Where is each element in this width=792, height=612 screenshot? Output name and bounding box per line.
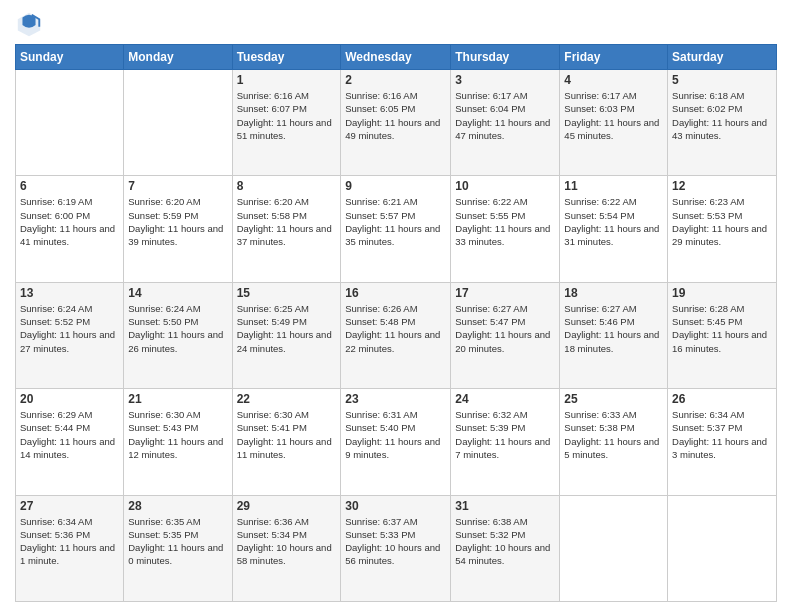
day-info: Sunrise: 6:21 AM Sunset: 5:57 PM Dayligh…: [345, 195, 446, 248]
logo-icon: [15, 10, 43, 38]
calendar-cell: 11Sunrise: 6:22 AM Sunset: 5:54 PM Dayli…: [560, 176, 668, 282]
calendar-table: SundayMondayTuesdayWednesdayThursdayFrid…: [15, 44, 777, 602]
calendar-cell: 2Sunrise: 6:16 AM Sunset: 6:05 PM Daylig…: [341, 70, 451, 176]
calendar-cell: 9Sunrise: 6:21 AM Sunset: 5:57 PM Daylig…: [341, 176, 451, 282]
calendar-cell: [560, 495, 668, 601]
day-number: 20: [20, 392, 119, 406]
week-row-2: 13Sunrise: 6:24 AM Sunset: 5:52 PM Dayli…: [16, 282, 777, 388]
day-number: 18: [564, 286, 663, 300]
day-info: Sunrise: 6:16 AM Sunset: 6:05 PM Dayligh…: [345, 89, 446, 142]
calendar-cell: 7Sunrise: 6:20 AM Sunset: 5:59 PM Daylig…: [124, 176, 232, 282]
calendar-cell: 15Sunrise: 6:25 AM Sunset: 5:49 PM Dayli…: [232, 282, 341, 388]
logo: [15, 10, 47, 38]
weekday-header-wednesday: Wednesday: [341, 45, 451, 70]
calendar-cell: 10Sunrise: 6:22 AM Sunset: 5:55 PM Dayli…: [451, 176, 560, 282]
calendar-cell: [668, 495, 777, 601]
day-info: Sunrise: 6:24 AM Sunset: 5:52 PM Dayligh…: [20, 302, 119, 355]
calendar-cell: 3Sunrise: 6:17 AM Sunset: 6:04 PM Daylig…: [451, 70, 560, 176]
day-number: 7: [128, 179, 227, 193]
day-info: Sunrise: 6:26 AM Sunset: 5:48 PM Dayligh…: [345, 302, 446, 355]
day-number: 30: [345, 499, 446, 513]
calendar-cell: 26Sunrise: 6:34 AM Sunset: 5:37 PM Dayli…: [668, 389, 777, 495]
day-info: Sunrise: 6:27 AM Sunset: 5:47 PM Dayligh…: [455, 302, 555, 355]
day-number: 28: [128, 499, 227, 513]
day-number: 1: [237, 73, 337, 87]
day-info: Sunrise: 6:20 AM Sunset: 5:58 PM Dayligh…: [237, 195, 337, 248]
calendar-cell: [16, 70, 124, 176]
day-number: 26: [672, 392, 772, 406]
weekday-row: SundayMondayTuesdayWednesdayThursdayFrid…: [16, 45, 777, 70]
day-info: Sunrise: 6:38 AM Sunset: 5:32 PM Dayligh…: [455, 515, 555, 568]
weekday-header-friday: Friday: [560, 45, 668, 70]
week-row-1: 6Sunrise: 6:19 AM Sunset: 6:00 PM Daylig…: [16, 176, 777, 282]
day-info: Sunrise: 6:22 AM Sunset: 5:55 PM Dayligh…: [455, 195, 555, 248]
day-number: 4: [564, 73, 663, 87]
calendar-cell: 4Sunrise: 6:17 AM Sunset: 6:03 PM Daylig…: [560, 70, 668, 176]
day-info: Sunrise: 6:33 AM Sunset: 5:38 PM Dayligh…: [564, 408, 663, 461]
weekday-header-thursday: Thursday: [451, 45, 560, 70]
day-number: 14: [128, 286, 227, 300]
calendar-cell: 24Sunrise: 6:32 AM Sunset: 5:39 PM Dayli…: [451, 389, 560, 495]
calendar-cell: 13Sunrise: 6:24 AM Sunset: 5:52 PM Dayli…: [16, 282, 124, 388]
calendar-cell: 31Sunrise: 6:38 AM Sunset: 5:32 PM Dayli…: [451, 495, 560, 601]
calendar-cell: 29Sunrise: 6:36 AM Sunset: 5:34 PM Dayli…: [232, 495, 341, 601]
calendar-cell: 14Sunrise: 6:24 AM Sunset: 5:50 PM Dayli…: [124, 282, 232, 388]
calendar-page: SundayMondayTuesdayWednesdayThursdayFrid…: [0, 0, 792, 612]
day-number: 29: [237, 499, 337, 513]
day-info: Sunrise: 6:17 AM Sunset: 6:03 PM Dayligh…: [564, 89, 663, 142]
calendar-cell: 22Sunrise: 6:30 AM Sunset: 5:41 PM Dayli…: [232, 389, 341, 495]
day-number: 3: [455, 73, 555, 87]
day-info: Sunrise: 6:28 AM Sunset: 5:45 PM Dayligh…: [672, 302, 772, 355]
day-info: Sunrise: 6:37 AM Sunset: 5:33 PM Dayligh…: [345, 515, 446, 568]
weekday-header-monday: Monday: [124, 45, 232, 70]
day-number: 6: [20, 179, 119, 193]
day-info: Sunrise: 6:25 AM Sunset: 5:49 PM Dayligh…: [237, 302, 337, 355]
header: [15, 10, 777, 38]
calendar-cell: [124, 70, 232, 176]
calendar-cell: 16Sunrise: 6:26 AM Sunset: 5:48 PM Dayli…: [341, 282, 451, 388]
day-info: Sunrise: 6:17 AM Sunset: 6:04 PM Dayligh…: [455, 89, 555, 142]
calendar-cell: 25Sunrise: 6:33 AM Sunset: 5:38 PM Dayli…: [560, 389, 668, 495]
week-row-4: 27Sunrise: 6:34 AM Sunset: 5:36 PM Dayli…: [16, 495, 777, 601]
day-number: 10: [455, 179, 555, 193]
calendar-cell: 12Sunrise: 6:23 AM Sunset: 5:53 PM Dayli…: [668, 176, 777, 282]
weekday-header-saturday: Saturday: [668, 45, 777, 70]
day-info: Sunrise: 6:24 AM Sunset: 5:50 PM Dayligh…: [128, 302, 227, 355]
day-number: 17: [455, 286, 555, 300]
day-info: Sunrise: 6:29 AM Sunset: 5:44 PM Dayligh…: [20, 408, 119, 461]
day-info: Sunrise: 6:34 AM Sunset: 5:36 PM Dayligh…: [20, 515, 119, 568]
day-info: Sunrise: 6:31 AM Sunset: 5:40 PM Dayligh…: [345, 408, 446, 461]
day-number: 11: [564, 179, 663, 193]
calendar-cell: 23Sunrise: 6:31 AM Sunset: 5:40 PM Dayli…: [341, 389, 451, 495]
day-info: Sunrise: 6:22 AM Sunset: 5:54 PM Dayligh…: [564, 195, 663, 248]
calendar-cell: 19Sunrise: 6:28 AM Sunset: 5:45 PM Dayli…: [668, 282, 777, 388]
calendar-cell: 21Sunrise: 6:30 AM Sunset: 5:43 PM Dayli…: [124, 389, 232, 495]
day-number: 19: [672, 286, 772, 300]
calendar-header: SundayMondayTuesdayWednesdayThursdayFrid…: [16, 45, 777, 70]
calendar-cell: 20Sunrise: 6:29 AM Sunset: 5:44 PM Dayli…: [16, 389, 124, 495]
calendar-cell: 6Sunrise: 6:19 AM Sunset: 6:00 PM Daylig…: [16, 176, 124, 282]
week-row-3: 20Sunrise: 6:29 AM Sunset: 5:44 PM Dayli…: [16, 389, 777, 495]
day-number: 12: [672, 179, 772, 193]
day-info: Sunrise: 6:35 AM Sunset: 5:35 PM Dayligh…: [128, 515, 227, 568]
day-number: 5: [672, 73, 772, 87]
day-number: 31: [455, 499, 555, 513]
calendar-cell: 5Sunrise: 6:18 AM Sunset: 6:02 PM Daylig…: [668, 70, 777, 176]
day-number: 25: [564, 392, 663, 406]
calendar-cell: 1Sunrise: 6:16 AM Sunset: 6:07 PM Daylig…: [232, 70, 341, 176]
day-info: Sunrise: 6:23 AM Sunset: 5:53 PM Dayligh…: [672, 195, 772, 248]
weekday-header-tuesday: Tuesday: [232, 45, 341, 70]
day-info: Sunrise: 6:30 AM Sunset: 5:41 PM Dayligh…: [237, 408, 337, 461]
day-info: Sunrise: 6:34 AM Sunset: 5:37 PM Dayligh…: [672, 408, 772, 461]
calendar-cell: 18Sunrise: 6:27 AM Sunset: 5:46 PM Dayli…: [560, 282, 668, 388]
day-info: Sunrise: 6:30 AM Sunset: 5:43 PM Dayligh…: [128, 408, 227, 461]
day-info: Sunrise: 6:36 AM Sunset: 5:34 PM Dayligh…: [237, 515, 337, 568]
day-info: Sunrise: 6:16 AM Sunset: 6:07 PM Dayligh…: [237, 89, 337, 142]
week-row-0: 1Sunrise: 6:16 AM Sunset: 6:07 PM Daylig…: [16, 70, 777, 176]
day-number: 21: [128, 392, 227, 406]
day-info: Sunrise: 6:20 AM Sunset: 5:59 PM Dayligh…: [128, 195, 227, 248]
day-info: Sunrise: 6:18 AM Sunset: 6:02 PM Dayligh…: [672, 89, 772, 142]
day-info: Sunrise: 6:19 AM Sunset: 6:00 PM Dayligh…: [20, 195, 119, 248]
calendar-cell: 17Sunrise: 6:27 AM Sunset: 5:47 PM Dayli…: [451, 282, 560, 388]
day-info: Sunrise: 6:32 AM Sunset: 5:39 PM Dayligh…: [455, 408, 555, 461]
